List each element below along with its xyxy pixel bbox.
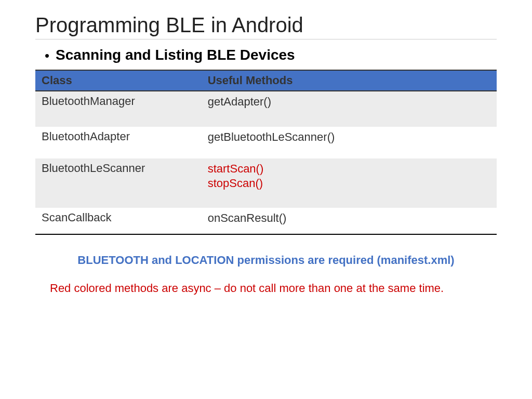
- table-row: ScanCallback onScanResult(): [35, 208, 497, 234]
- methods-table: Class Useful Methods BluetoothManager ge…: [35, 70, 497, 234]
- table-row: BluetoothAdapter getBluetoothLeScanner(): [35, 127, 497, 159]
- table-row: BluetoothLeScanner startScan() stopScan(…: [35, 158, 497, 208]
- cell-methods: onScanResult(): [202, 208, 497, 234]
- cell-methods: getBluetoothLeScanner(): [202, 127, 497, 159]
- method: stopScan(): [208, 176, 490, 191]
- table-row: BluetoothManager getAdapter(): [35, 91, 497, 127]
- method: getAdapter(): [208, 95, 490, 109]
- header-methods: Useful Methods: [202, 70, 497, 91]
- cell-class: BluetoothAdapter: [35, 127, 202, 159]
- table-rule: [35, 234, 497, 235]
- cell-class: ScanCallback: [35, 208, 202, 234]
- subtitle: Scanning and Listing BLE Devices: [56, 47, 295, 63]
- method: getBluetoothLeScanner(): [208, 130, 490, 144]
- note-permissions: BLUETOOTH and LOCATION permissions are r…: [35, 254, 497, 267]
- bullet-icon: •: [45, 47, 49, 64]
- page-title: Programming BLE in Android: [35, 14, 497, 39]
- cell-methods: getAdapter(): [202, 91, 497, 127]
- subtitle-row: • Scanning and Listing BLE Devices: [45, 47, 497, 64]
- slide: Programming BLE in Android • Scanning an…: [0, 0, 532, 316]
- cell-class: BluetoothManager: [35, 91, 202, 127]
- header-class: Class: [35, 70, 202, 91]
- cell-class: BluetoothLeScanner: [35, 158, 202, 208]
- method: startScan(): [208, 162, 490, 176]
- method: onScanResult(): [208, 211, 490, 225]
- cell-methods: startScan() stopScan(): [202, 158, 497, 208]
- note-async: Red colored methods are async – do not c…: [50, 282, 497, 295]
- table-header-row: Class Useful Methods: [35, 70, 497, 91]
